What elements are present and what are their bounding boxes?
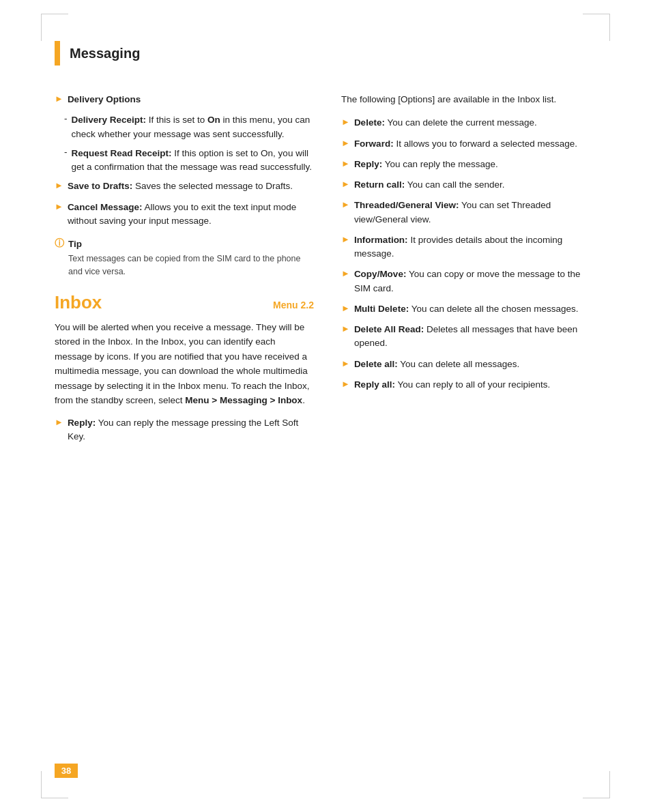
inbox-title: Inbox [55, 292, 102, 313]
arrow-bullet-information: ► [341, 234, 350, 244]
cancel-message-item: ► Cancel Message: Allows you to exit the… [55, 201, 314, 229]
right-threaded-item: ► Threaded/General View: You can set Thr… [341, 199, 596, 227]
tip-text: Text messages can be copied from the SIM… [68, 252, 314, 278]
arrow-bullet-reply-all: ► [341, 379, 350, 389]
tip-title: Tip [68, 239, 82, 249]
right-return-call-text: Return call: You can call the sender. [354, 178, 505, 192]
inbox-reply-text: Reply: You can reply the message pressin… [68, 416, 314, 444]
delivery-options-heading: ► Delivery Options [55, 93, 314, 106]
inbox-section-header: Inbox Menu 2.2 [55, 292, 314, 313]
right-multi-delete-text: Multi Delete: You can delete all the cho… [354, 302, 579, 316]
arrow-bullet-threaded: ► [341, 199, 350, 209]
arrow-bullet-save: ► [55, 180, 63, 190]
corner-mark-br-h [583, 798, 610, 798]
right-copy-move-item: ► Copy/Move: You can copy or move the me… [341, 267, 596, 295]
arrow-bullet-delete-all-read: ► [341, 323, 350, 334]
tip-icon: ⓘ [55, 237, 64, 250]
cancel-message-text: Cancel Message: Allows you to exit the t… [68, 201, 314, 229]
right-information-item: ► Information: It provides details about… [341, 233, 596, 261]
inbox-menu-label: Menu 2.2 [273, 300, 314, 310]
page-title: Messaging [70, 46, 140, 61]
save-to-drafts-item: ► Save to Drafts: Saves the selected mes… [55, 179, 314, 193]
arrow-bullet-cancel: ► [55, 201, 63, 212]
save-to-drafts-text: Save to Drafts: Saves the selected messa… [68, 179, 293, 193]
right-intro: The following [Options] are available in… [341, 93, 596, 106]
arrow-bullet-delete: ► [341, 117, 350, 127]
dash-bullet-1: - [64, 113, 68, 124]
corner-mark-tl-h [41, 14, 68, 14]
header-accent-bar [55, 41, 60, 66]
right-reply-all-item: ► Reply all: You can reply to all of you… [341, 378, 596, 392]
request-read-receipt-item: - Request Read Receipt: If this option i… [64, 147, 314, 175]
content-columns: ► Delivery Options - Delivery Receipt: I… [55, 93, 596, 451]
right-reply-text: Reply: You can reply the message. [354, 158, 498, 171]
corner-mark-tl-v [41, 14, 42, 41]
arrow-bullet-return-call: ► [341, 179, 350, 189]
corner-mark-br-v [609, 771, 610, 798]
arrow-bullet-delivery: ► [55, 93, 63, 104]
right-copy-move-text: Copy/Move: You can copy or move the mess… [354, 267, 596, 295]
right-threaded-text: Threaded/General View: You can set Threa… [354, 199, 596, 227]
page-number: 38 [55, 764, 78, 778]
request-read-receipt-text: Request Read Receipt: If this option is … [72, 147, 315, 175]
right-delete-all-read-item: ► Delete All Read: Deletes all messages … [341, 323, 596, 351]
right-delete-item: ► Delete: You can delete the current mes… [341, 116, 596, 130]
arrow-bullet-reply: ► [341, 158, 350, 169]
right-return-call-item: ► Return call: You can call the sender. [341, 178, 596, 192]
right-forward-item: ► Forward: It allows you to forward a se… [341, 137, 596, 151]
delivery-options-label: Delivery Options [68, 93, 141, 106]
right-reply-item: ► Reply: You can reply the message. [341, 158, 596, 171]
corner-mark-bl-h [41, 798, 68, 798]
right-reply-all-text: Reply all: You can reply to all of your … [354, 378, 550, 392]
arrow-bullet-delete-all: ► [341, 358, 350, 368]
delivery-receipt-item: - Delivery Receipt: If this is set to On… [64, 113, 314, 141]
right-column: The following [Options] are available in… [341, 93, 596, 451]
inbox-reply-item: ► Reply: You can reply the message press… [55, 416, 314, 444]
right-delete-text: Delete: You can delete the current messa… [354, 116, 537, 130]
corner-mark-tr-v [609, 14, 610, 41]
right-information-text: Information: It provides details about t… [354, 233, 596, 261]
corner-mark-bl-v [41, 771, 42, 798]
corner-mark-tr-h [583, 14, 610, 14]
left-column: ► Delivery Options - Delivery Receipt: I… [55, 93, 314, 451]
tip-header: ⓘ Tip [55, 237, 314, 250]
right-delete-all-item: ► Delete all: You can delete all message… [341, 358, 596, 371]
right-multi-delete-item: ► Multi Delete: You can delete all the c… [341, 302, 596, 316]
delivery-receipt-text: Delivery Receipt: If this is set to On i… [72, 113, 315, 141]
right-delete-all-read-text: Delete All Read: Deletes all messages th… [354, 323, 596, 351]
page-header: Messaging [55, 41, 596, 66]
tip-section: ⓘ Tip Text messages can be copied from t… [55, 237, 314, 278]
inbox-description: You will be alerted when you receive a m… [55, 320, 314, 409]
arrow-bullet-forward: ► [341, 138, 350, 148]
dash-bullet-2: - [64, 147, 68, 157]
arrow-bullet-multi-delete: ► [341, 303, 350, 313]
arrow-bullet-copy-move: ► [341, 268, 350, 278]
right-delete-all-text: Delete all: You can delete all messages. [354, 358, 519, 371]
arrow-bullet-inbox-reply: ► [55, 417, 63, 427]
right-forward-text: Forward: It allows you to forward a sele… [354, 137, 577, 151]
